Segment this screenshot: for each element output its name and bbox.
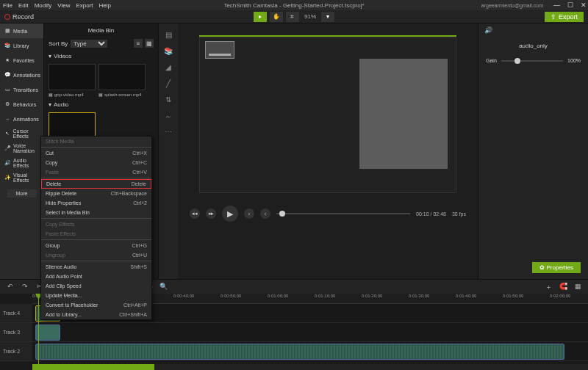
undo-icon[interactable]: ↶ [6,283,15,291]
ctx-paste: PasteCtrl+V [41,167,151,177]
panel-tab-visual-effects[interactable]: ✨Visual Effects [0,170,43,185]
voice narration-icon: 🎤 [4,145,10,151]
audio-thumbnail-selected[interactable] [49,112,96,139]
wave-icon[interactable]: ～ [163,112,173,119]
ctx-select-in-media-bin[interactable]: Select in Media Bin [41,208,151,217]
ctx-add-audio-point[interactable]: Add Audio Point [41,272,151,281]
panel-tab-audio-effects[interactable]: 🔊Audio Effects [0,156,43,170]
ctx-convert-to-placeholder[interactable]: Convert to PlaceholderCtrl+Alt+P [41,300,151,310]
ctx-add-to-library-[interactable]: Add to Library...Ctrl+Shift+A [41,310,151,319]
panel-tab-behaviors[interactable]: ⚙Behaviors [0,97,43,112]
record-button[interactable]: Record [4,13,34,21]
shape-icon[interactable]: ◢ [163,63,173,70]
timeline-scrollbar[interactable] [32,364,588,370]
track-header[interactable]: Track 4 [0,304,32,322]
ctx-copy-effects: Copy Effects [41,220,151,229]
sortby-label: Sort By [49,40,68,47]
media-item[interactable]: ▦grip-video.mp4 [49,64,96,97]
playhead[interactable] [38,294,39,370]
window-minimize[interactable]: — [553,1,560,9]
ctx-ripple-delete[interactable]: Ripple DeleteCtrl+Backspace [41,189,151,198]
section-audio[interactable]: ▾ Audio [44,98,158,111]
redo-icon[interactable]: ↷ [21,283,29,291]
timeline-clip[interactable] [35,344,564,360]
step-fwd-button[interactable]: ‹ [244,208,254,219]
panel-tab-voice-narration[interactable]: 🎤Voice Narration [0,141,43,156]
sliders-icon[interactable]: ⇅ [163,95,173,103]
ctx-hide-properties[interactable]: Hide PropertiesCtrl+2 [41,198,151,208]
panel-tab-library[interactable]: 📚Library [0,38,43,53]
panel-tab-transitions[interactable]: ▭Transitions [0,82,43,97]
menu-file[interactable]: File [3,2,12,9]
menu-view[interactable]: View [57,2,70,9]
scrollbar-thumb[interactable] [32,364,154,370]
ctx-copy[interactable]: CopyCtrl+C [41,158,151,167]
books-icon[interactable]: 📚 [163,47,173,54]
ruler-tick: 0:00:40;00 [173,294,194,298]
panel-tab-media[interactable]: ▦Media [0,23,43,38]
track-content[interactable] [32,323,588,341]
ctx-delete[interactable]: DeleteDelete [41,179,151,189]
gain-slider[interactable] [501,60,563,62]
ctx-silence-audio[interactable]: Silence AudioShift+S [41,262,151,272]
view-grid-icon[interactable]: ▦ [145,39,154,48]
dots-icon[interactable]: ⋯ [163,128,173,135]
track-header[interactable]: Track 2 [0,342,32,360]
panel-tab-animations[interactable]: →Animations [0,112,43,126]
step-back-button[interactable]: ◂▸ [206,208,216,219]
ruler-tick: 0:01:00;00 [268,294,288,298]
track-content[interactable] [32,342,588,360]
transitions-icon: ▭ [4,87,10,92]
view-list-icon[interactable]: ≡ [134,39,143,48]
volume-icon[interactable]: 🔊 [478,23,588,37]
track-header[interactable]: Track 3 [0,323,32,341]
slash-icon[interactable]: ╱ [163,79,173,87]
filmstrip-icon[interactable]: ▤ [163,31,173,38]
ctx-update-media-[interactable]: Update Media... [41,291,151,300]
visual effects-icon: ✨ [4,175,10,181]
play-button[interactable]: ▶ [222,206,238,222]
menu-help[interactable]: Help [99,2,111,9]
panel-tab-favorites[interactable]: ★Favorites [0,53,43,68]
tool-arrow[interactable]: ▸ [254,12,267,22]
panel-tab-annotations[interactable]: 💬Annotations [0,68,43,82]
record-icon [4,14,10,20]
next-marker-button[interactable]: › [260,208,270,219]
ctx-group[interactable]: GroupCtrl+G [41,241,151,250]
zoom-in-icon[interactable]: 🔍 [159,283,168,291]
window-maximize[interactable]: ☐ [567,1,573,9]
export-button[interactable]: ⇪ Export [545,12,584,22]
sort-type-select[interactable]: Type [71,40,107,48]
ctx-cut[interactable]: CutCtrl+X [41,148,151,158]
grid-icon[interactable]: ▦ [573,283,582,291]
canvas-clip-thumb[interactable] [205,41,234,59]
media-thumbnail [98,64,146,90]
menu-export[interactable]: Export [76,2,93,9]
menu-edit[interactable]: Edit [18,2,29,9]
gain-value: 100% [567,58,581,63]
ruler-tick: 0:01:30;00 [409,294,429,298]
window-close[interactable]: ✕ [581,1,587,9]
panel-tab-cursor-effects[interactable]: ↖Cursor Effects [0,126,43,141]
canvas-slide[interactable] [359,59,448,169]
cursor effects-icon: ↖ [4,131,10,137]
ctx-ungroup: UngroupCtrl+U [41,250,151,260]
more-button[interactable]: More [7,189,37,197]
zoom-dropdown[interactable]: ▾ [321,12,334,22]
tool-hand[interactable]: ✋ [270,12,283,22]
zoom-level[interactable]: 91% [304,13,316,20]
ctx-add-clip-speed[interactable]: Add Clip Speed [41,281,151,291]
account-label[interactable]: argeearmiento@gmail.com [481,3,543,8]
media-item[interactable]: ▦splash-screen.mp4 [98,64,146,97]
properties-button[interactable]: ✿ Properties [532,262,581,273]
tool-crop[interactable]: ⌗ [286,12,299,22]
prev-marker-button[interactable]: ◂◂ [190,208,200,219]
playback-scrubber[interactable] [276,213,410,214]
section-videos[interactable]: ▾ Videos [44,50,158,62]
add-track-icon[interactable]: ＋ [544,283,553,291]
menu-modify[interactable]: Modify [35,2,52,9]
timeline-clip[interactable] [35,324,60,341]
preview-canvas[interactable] [199,35,456,193]
mediabin-title: Media Bin [44,23,158,37]
magnet-icon[interactable]: 🧲 [559,283,567,291]
